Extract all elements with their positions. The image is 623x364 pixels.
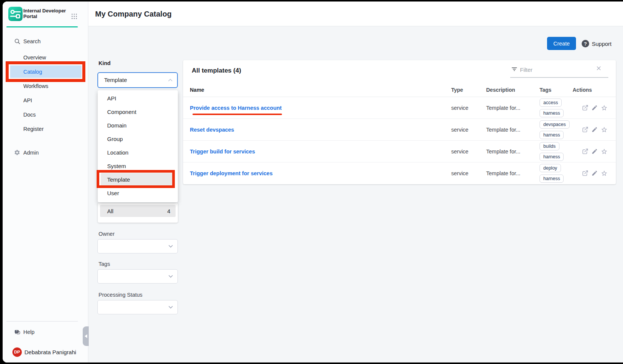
app-window: Internal Developer Portal Search Overvie… xyxy=(3,2,623,362)
kind-option-domain[interactable]: Domain xyxy=(98,119,178,132)
avatar: DP xyxy=(12,347,22,357)
gear-icon xyxy=(14,149,21,156)
row-type: service xyxy=(451,170,486,176)
template-name-link[interactable]: Trigger build for services xyxy=(190,149,255,155)
template-name-link[interactable]: Provide access to Harness account xyxy=(190,105,282,111)
templates-table-card: All templates (4) NameTypeDescriptionTag… xyxy=(183,60,616,184)
row-description: Template for... xyxy=(486,149,540,155)
annotation-underline xyxy=(193,114,282,115)
edit-icon[interactable] xyxy=(591,148,598,155)
kind-dropdown: APIComponentDomainGroupLocationSystemTem… xyxy=(98,90,178,202)
sidebar-item-label: Overview xyxy=(23,55,46,61)
star-icon[interactable] xyxy=(601,170,608,177)
sidebar-item-overview[interactable]: Overview xyxy=(3,50,88,65)
facet-all-row[interactable]: All 4 xyxy=(100,205,176,217)
sidebar-help[interactable]: ? Help xyxy=(3,325,88,339)
table-row: Provide access to Harness account servic… xyxy=(183,97,616,119)
star-icon[interactable] xyxy=(601,148,608,155)
sidebar-item-api[interactable]: API xyxy=(3,93,88,108)
page-title: My Company Catalog xyxy=(95,10,171,18)
kind-option-group[interactable]: Group xyxy=(98,132,178,146)
tags-select[interactable] xyxy=(97,269,178,284)
idp-logo-icon xyxy=(8,7,23,21)
search-icon xyxy=(14,38,21,45)
filter-input[interactable] xyxy=(520,65,591,74)
kind-option-component[interactable]: Component xyxy=(98,105,178,119)
sidebar: Internal Developer Portal Search Overvie… xyxy=(3,2,88,362)
sidebar-item-docs[interactable]: Docs xyxy=(3,108,88,122)
kind-option-api[interactable]: API xyxy=(98,92,178,105)
row-type: service xyxy=(451,105,486,111)
row-description: Template for... xyxy=(486,105,540,111)
row-type: service xyxy=(451,149,486,155)
sidebar-nav: Overview Catalog Workflows API Docs Regi… xyxy=(3,50,88,136)
clear-filter-icon[interactable] xyxy=(596,65,602,71)
tag-chip: harness xyxy=(540,174,564,183)
user-name: Debabrata Panigrahi xyxy=(24,349,76,355)
kind-option-system[interactable]: System xyxy=(98,159,178,173)
table-row: Reset devspaces service Template for... … xyxy=(183,119,616,141)
chevron-down-icon xyxy=(167,273,174,280)
sidebar-item-catalog[interactable]: Catalog xyxy=(3,65,88,79)
sidebar-item-register[interactable]: Register xyxy=(3,122,88,136)
processing-status-select[interactable] xyxy=(97,300,178,314)
column-header-actions: Actions xyxy=(573,87,616,93)
help-icon: ? xyxy=(14,329,21,335)
collapse-arrow-icon xyxy=(85,334,87,338)
admin-label: Admin xyxy=(23,150,39,156)
filter-list-icon xyxy=(511,66,518,73)
chevron-down-icon xyxy=(167,243,174,250)
star-icon[interactable] xyxy=(601,105,608,111)
facet-all-count: 4 xyxy=(167,208,170,214)
column-header-name: Name xyxy=(190,87,451,93)
table-header-row: NameTypeDescriptionTagsActions xyxy=(183,83,616,97)
sidebar-item-label: Workflows xyxy=(23,83,49,89)
row-actions xyxy=(573,148,616,155)
sidebar-user[interactable]: DP Debabrata Panigrahi xyxy=(3,345,88,359)
apps-grid-icon[interactable] xyxy=(71,13,77,20)
sidebar-item-label: Catalog xyxy=(23,69,42,75)
open-in-new-icon[interactable] xyxy=(582,105,588,111)
create-button[interactable]: Create xyxy=(547,37,576,50)
tags-label: Tags xyxy=(99,261,110,267)
search-label: Search xyxy=(23,38,41,44)
edit-icon[interactable] xyxy=(591,170,598,176)
facet-all-label: All xyxy=(107,208,114,214)
kind-select[interactable]: Template xyxy=(97,72,178,88)
kind-option-location[interactable]: Location xyxy=(98,146,178,159)
table-body: Provide access to Harness account servic… xyxy=(183,97,616,184)
help-label: Help xyxy=(23,329,35,335)
support-label: Support xyxy=(592,41,612,47)
owner-select[interactable] xyxy=(97,239,178,253)
kind-select-value: Template xyxy=(104,77,127,83)
column-header-description: Description xyxy=(486,87,540,93)
sidebar-item-label: API xyxy=(23,97,32,103)
star-icon[interactable] xyxy=(601,126,608,133)
open-in-new-icon[interactable] xyxy=(582,126,588,133)
edit-icon[interactable] xyxy=(591,105,598,111)
kind-option-template[interactable]: Template xyxy=(101,173,175,187)
template-name-link[interactable]: Reset devspaces xyxy=(190,127,234,133)
edit-icon[interactable] xyxy=(591,126,598,133)
sidebar-item-admin[interactable]: Admin xyxy=(3,146,88,160)
row-tags: deployharness xyxy=(540,164,573,183)
chevron-down-icon xyxy=(167,304,174,311)
kind-option-user[interactable]: User xyxy=(98,187,178,200)
row-tags: devspacesharness xyxy=(540,120,573,139)
sidebar-item-workflows[interactable]: Workflows xyxy=(3,79,88,93)
tag-chip: deploy xyxy=(540,164,561,172)
filter-underline xyxy=(510,77,608,78)
template-name-link[interactable]: Trigger deployment for services xyxy=(190,170,273,176)
sidebar-search[interactable]: Search xyxy=(3,34,88,49)
tag-chip: devspaces xyxy=(540,120,570,129)
open-in-new-icon[interactable] xyxy=(582,148,588,155)
topbar: My Company Catalog xyxy=(88,2,623,26)
collapse-sidebar-handle[interactable] xyxy=(83,326,89,346)
table-card-header: All templates (4) xyxy=(183,60,616,83)
open-in-new-icon[interactable] xyxy=(582,170,588,176)
support-button[interactable]: ? Support xyxy=(582,40,612,47)
kind-label: Kind xyxy=(99,60,111,66)
column-header-tags: Tags xyxy=(540,87,573,93)
tag-chip: access xyxy=(540,99,562,107)
row-actions xyxy=(573,105,616,111)
